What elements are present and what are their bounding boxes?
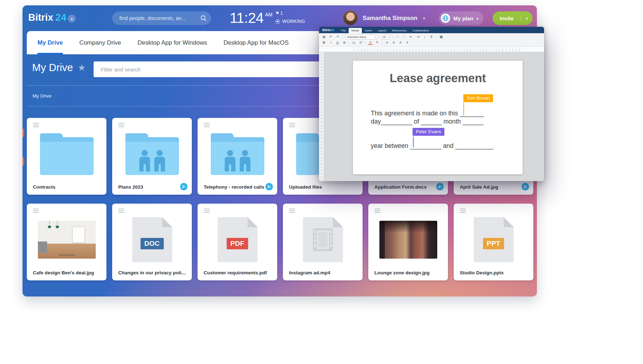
file-card[interactable]: Cafe design Ben's deal.jpg <box>27 204 106 280</box>
superscript-button[interactable]: x² <box>359 41 363 44</box>
shared-badge-icon[interactable] <box>436 183 444 190</box>
record-icon <box>275 19 280 24</box>
file-card[interactable]: PPT Studio Design.pptx <box>454 204 533 280</box>
invite-dropdown[interactable] <box>521 15 533 21</box>
editor-canvas: Lease agreement This agreement is made o… <box>319 52 544 181</box>
flag-icon <box>275 11 279 16</box>
redo-icon[interactable]: ↷ <box>335 35 340 39</box>
menu-home[interactable]: Home <box>349 28 362 33</box>
menu-collaboration[interactable]: Collaboration <box>409 28 432 33</box>
align-center-icon[interactable]: ≡ <box>392 41 396 44</box>
search-input[interactable] <box>119 15 200 21</box>
global-search[interactable] <box>112 11 211 25</box>
editor-logo: Bitrix24 <box>322 28 334 32</box>
editor-titlebar[interactable]: Bitrix24 File Home Insert Layout Referen… <box>319 27 544 33</box>
italic-button[interactable]: I <box>329 41 333 44</box>
image-thumbnail <box>379 221 437 259</box>
card-menu-icon[interactable] <box>118 209 124 213</box>
logo-text: Bitrix <box>28 12 53 23</box>
line-spacing-icon[interactable]: ↕ <box>423 35 427 39</box>
outdent-icon[interactable]: ⇤ <box>409 35 413 39</box>
avatar[interactable] <box>343 11 358 25</box>
shared-badge-icon[interactable] <box>180 183 188 190</box>
font-color-button[interactable]: A <box>368 40 373 45</box>
shared-folder-icon <box>125 137 179 175</box>
card-menu-icon[interactable] <box>33 123 39 127</box>
document-editor-window: Bitrix24 File Home Insert Layout Referen… <box>319 27 544 181</box>
card-menu-icon[interactable] <box>289 123 295 127</box>
document-page[interactable]: Lease agreement This agreement is made o… <box>353 61 523 174</box>
document-file-icon: PDF <box>218 217 258 262</box>
file-card[interactable]: DOC Changes in our privacy poli... <box>112 204 192 280</box>
align-left-icon[interactable]: ≡ <box>385 41 389 44</box>
strikethrough-button[interactable]: S <box>342 41 347 44</box>
clock-widget[interactable]: 11:24 AM <box>230 10 273 26</box>
file-card[interactable]: Instagram ad.mp4 <box>283 204 363 280</box>
logo-chevron-button[interactable] <box>68 15 76 23</box>
people-icon <box>125 137 179 175</box>
file-name: April Sale Ad.jpg <box>460 184 529 190</box>
file-card[interactable]: Plans 2023 <box>112 118 192 195</box>
bullet-list-icon[interactable]: ∷ <box>395 35 400 39</box>
user-menu[interactable]: Samantha Simpson <box>343 11 425 25</box>
font-size-select[interactable]: 18 <box>380 35 390 39</box>
indent-icon[interactable]: ⇥ <box>416 35 420 39</box>
menu-file[interactable]: File <box>338 28 349 33</box>
card-menu-icon[interactable] <box>460 209 466 213</box>
subscript-button[interactable]: x₂ <box>352 41 356 44</box>
flag-count: 1 <box>280 11 283 16</box>
tab-desktop-app-windows[interactable]: Desktop App for Windows <box>138 31 207 54</box>
my-plan-button[interactable]: My plan <box>439 11 483 25</box>
shared-badge-icon[interactable] <box>522 183 529 190</box>
file-name: Application Form.docx <box>374 184 444 190</box>
worktime-widget: 1 WORKING <box>275 11 305 24</box>
favorite-star-icon[interactable] <box>78 63 85 73</box>
menu-insert[interactable]: Insert <box>362 28 375 33</box>
document-file-icon: DOC <box>132 217 172 262</box>
flag-counter[interactable]: 1 <box>275 11 305 16</box>
menu-references[interactable]: References <box>389 28 409 33</box>
editor-toolbar: ▤ ↶ ↷ Helvetica Neue 18 ∷ ⋮ ⇤ ⇥ ↕ ¶ ▦ B … <box>319 33 544 46</box>
menu-layout[interactable]: Layout <box>375 28 389 33</box>
card-menu-icon[interactable] <box>33 209 39 213</box>
align-right-icon[interactable]: ≡ <box>398 41 403 44</box>
bold-button[interactable]: B <box>322 41 326 44</box>
file-card[interactable]: Lounge zone design.jpg <box>368 204 448 280</box>
bitrix24-logo[interactable]: Bitrix24 <box>28 12 66 23</box>
file-name: Changes in our privacy poli... <box>118 270 188 275</box>
file-card[interactable]: Contracts <box>27 118 106 195</box>
working-status[interactable]: WORKING <box>275 19 305 24</box>
breadcrumb-item[interactable]: My Drive <box>33 93 51 99</box>
card-menu-icon[interactable] <box>204 209 210 213</box>
video-file-icon <box>303 217 343 262</box>
card-menu-icon[interactable] <box>289 209 295 213</box>
tab-desktop-app-macos[interactable]: Desktop App for MacOS <box>224 31 289 54</box>
file-card[interactable]: Telephony - recorded calls <box>198 118 277 195</box>
numbered-list-icon[interactable]: ⋮ <box>402 35 407 39</box>
file-name: Studio Design.pptx <box>460 270 529 275</box>
file-name: Cafe design Ben's deal.jpg <box>33 270 102 275</box>
table-icon[interactable]: ▦ <box>439 35 443 39</box>
highlight-button[interactable]: ✎ <box>375 41 379 44</box>
card-menu-icon[interactable] <box>118 123 124 127</box>
page-title: My Drive <box>32 62 73 74</box>
shared-badge-icon[interactable] <box>265 183 273 190</box>
search-icon[interactable] <box>200 15 207 21</box>
card-menu-icon[interactable] <box>374 209 380 213</box>
tab-company-drive[interactable]: Company Drive <box>79 31 121 54</box>
print-icon[interactable]: ▤ <box>322 35 326 39</box>
file-name: Uploaded files <box>289 184 358 190</box>
align-justify-icon[interactable]: ≡ <box>405 41 409 44</box>
edge-marker <box>23 157 24 166</box>
pdf-badge: PDF <box>226 238 248 249</box>
invite-button[interactable]: Invite <box>493 11 533 25</box>
card-menu-icon[interactable] <box>204 123 210 127</box>
document-line: day_________ of ______ month ______ <box>371 118 483 125</box>
document-paragraph: This agreement is made on this _______ d… <box>371 109 484 126</box>
font-family-select[interactable]: Helvetica Neue <box>345 35 378 39</box>
tab-my-drive[interactable]: My Drive <box>38 31 63 54</box>
file-card[interactable]: PDF Customer requirements.pdf <box>198 204 277 280</box>
pilcrow-icon[interactable]: ¶ <box>429 35 434 39</box>
underline-button[interactable]: U <box>335 41 340 44</box>
undo-icon[interactable]: ↶ <box>329 35 333 39</box>
